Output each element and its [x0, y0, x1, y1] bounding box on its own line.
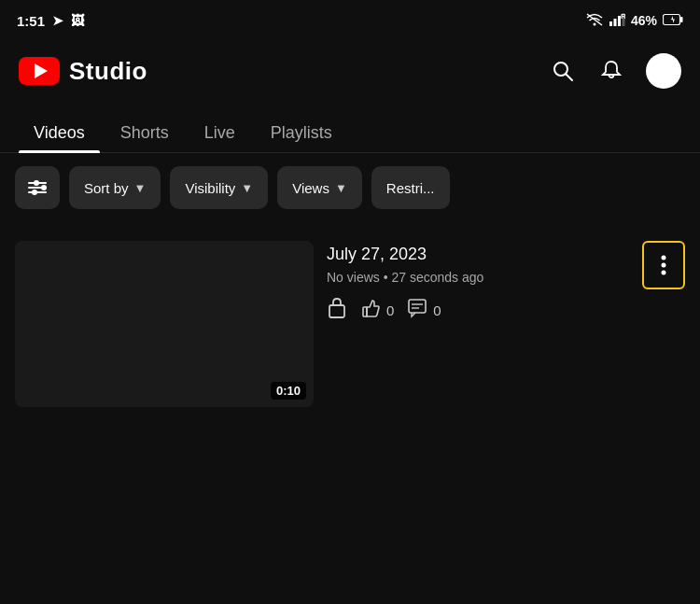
- signal-icon: R: [609, 13, 625, 29]
- svg-rect-2: [609, 21, 612, 26]
- wifi-icon: [586, 13, 603, 29]
- chevron-down-icon-3: ▼: [335, 181, 347, 195]
- chevron-down-icon: ▼: [134, 181, 147, 195]
- slider-line-1: [28, 182, 47, 184]
- svg-rect-3: [613, 19, 616, 26]
- likes-stat: 0: [360, 298, 394, 323]
- svg-rect-8: [680, 17, 683, 22]
- sort-by-button[interactable]: Sort by ▼: [69, 166, 161, 209]
- bell-icon: [599, 59, 623, 83]
- tab-playlists[interactable]: Playlists: [256, 114, 347, 152]
- header-icons: [549, 53, 681, 89]
- svg-point-18: [662, 271, 666, 275]
- filter-bar: Sort by ▼ Visibility ▼ Views ▼ Restri...: [0, 153, 700, 222]
- status-left: 1:51 ➤ 🖼: [17, 13, 84, 29]
- svg-rect-12: [363, 307, 367, 316]
- logo-area: Studio: [19, 57, 147, 86]
- tab-shorts[interactable]: Shorts: [105, 114, 184, 152]
- svg-line-10: [567, 75, 573, 81]
- thumbs-up-icon: [360, 298, 381, 323]
- play-triangle: [35, 63, 48, 78]
- navigation-icon: ➤: [52, 13, 63, 28]
- video-date: July 27, 2023: [327, 245, 685, 264]
- tabs-bar: Videos Shorts Live Playlists: [0, 105, 700, 153]
- search-button[interactable]: [549, 57, 577, 85]
- image-icon: 🖼: [71, 13, 84, 28]
- thumbnail-wrapper: 0:10: [15, 241, 314, 407]
- status-time: 1:51: [17, 13, 45, 29]
- slider-line-2: [28, 187, 47, 189]
- restrictions-button[interactable]: Restri...: [371, 166, 450, 209]
- video-thumbnail: [15, 241, 314, 407]
- app-header: Studio: [0, 37, 700, 105]
- status-right: R 46%: [586, 13, 683, 29]
- content-area: 0:10 July 27, 2023 No views • 27 seconds…: [0, 222, 700, 426]
- views-button[interactable]: Views ▼: [277, 166, 362, 209]
- video-meta: No views • 27 seconds ago: [327, 270, 685, 285]
- battery-percent: 46%: [631, 13, 657, 28]
- user-avatar[interactable]: [646, 53, 681, 89]
- lock-stat: [327, 296, 347, 324]
- svg-rect-11: [329, 305, 344, 317]
- sliders-icon: [28, 182, 47, 193]
- svg-point-16: [662, 256, 666, 260]
- visibility-button[interactable]: Visibility ▼: [170, 166, 268, 209]
- video-stats: 0 0: [327, 296, 685, 324]
- comments-count: 0: [433, 302, 441, 318]
- more-button-wrapper: [642, 241, 685, 289]
- search-icon: [551, 59, 575, 83]
- tab-live[interactable]: Live: [189, 114, 250, 152]
- likes-count: 0: [386, 302, 394, 318]
- svg-point-17: [662, 263, 666, 268]
- tab-videos[interactable]: Videos: [19, 114, 100, 152]
- svg-text:R: R: [621, 13, 625, 21]
- battery-icon: [663, 13, 683, 29]
- duration-badge: 0:10: [271, 382, 306, 400]
- svg-rect-13: [409, 300, 426, 313]
- filter-sliders-button[interactable]: [15, 166, 60, 209]
- chevron-down-icon-2: ▼: [241, 181, 253, 195]
- youtube-logo: [19, 57, 60, 85]
- video-item: 0:10 July 27, 2023 No views • 27 seconds…: [15, 232, 685, 416]
- comments-stat: 0: [407, 298, 441, 323]
- studio-title: Studio: [69, 57, 147, 86]
- video-info: July 27, 2023 No views • 27 seconds ago: [327, 241, 685, 324]
- more-options-button[interactable]: [647, 246, 680, 285]
- comment-icon: [407, 298, 427, 323]
- slider-line-3: [28, 191, 47, 193]
- lock-icon: [327, 296, 347, 324]
- status-bar: 1:51 ➤ 🖼 R 46%: [0, 0, 700, 37]
- bell-button[interactable]: [597, 57, 625, 85]
- svg-point-0: [593, 22, 595, 25]
